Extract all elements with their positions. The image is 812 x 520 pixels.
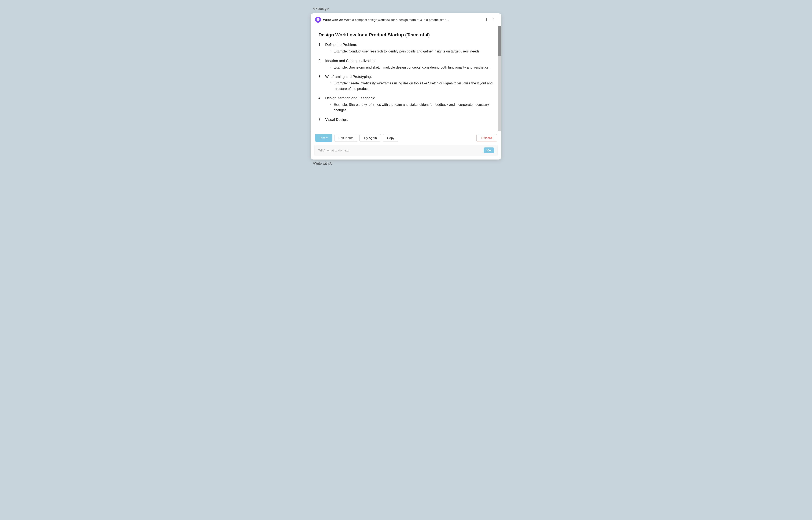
header-label: Write with AI: (323, 18, 343, 22)
list-heading: Define the Problem: (325, 43, 493, 47)
write-with-ai-label: /Write with AI (311, 159, 501, 167)
ai-icon-inner (317, 18, 320, 21)
ai-panel: Write with AI: Write a compact design wo… (311, 13, 501, 159)
info-button[interactable]: ℹ (484, 17, 488, 22)
bullet-item: Example: Conduct user research to identi… (330, 49, 493, 54)
insert-button[interactable]: Insert (315, 134, 332, 142)
scrollbar-thumb[interactable] (498, 26, 501, 56)
ai-icon (315, 17, 321, 23)
list-item: Define the Problem: Example: Conduct use… (324, 43, 493, 54)
more-options-button[interactable]: ⋮ (491, 17, 497, 22)
edit-inputs-button[interactable]: Edit Inputs (334, 134, 358, 142)
list-item: Wireframing and Prototyping: Example: Cr… (324, 75, 493, 92)
discard-button[interactable]: Discard (477, 134, 497, 142)
list-heading: Ideation and Conceptualization: (325, 59, 493, 63)
panel-header: Write with AI: Write a compact design wo… (311, 13, 501, 26)
header-title: Write with AI: Write a compact design wo… (323, 18, 482, 22)
bullet-item: Example: Share the wireframes with the t… (330, 102, 493, 113)
content-list: Define the Problem: Example: Conduct use… (319, 43, 493, 122)
header-subtitle: Write a compact design workflow for a de… (344, 18, 449, 22)
copy-button[interactable]: Copy (383, 134, 398, 142)
header-actions: ℹ ⋮ (484, 17, 497, 22)
list-heading: Visual Design: (325, 118, 493, 122)
content-title: Design Workflow for a Product Startup (T… (319, 32, 493, 38)
list-item: Ideation and Conceptualization: Example:… (324, 59, 493, 70)
bullet-item: Example: Create low-fidelity wireframes … (330, 81, 493, 92)
try-again-button[interactable]: Try Again (359, 134, 381, 142)
scrollbar-track[interactable] (498, 26, 501, 131)
list-heading: Design Iteration and Feedback: (325, 96, 493, 100)
list-heading: Wireframing and Prototyping: (325, 75, 493, 79)
bullet-item: Example: Brainstorm and sketch multiple … (330, 65, 493, 70)
list-item: Design Iteration and Feedback: Example: … (324, 96, 493, 113)
submit-button[interactable]: ⌘↵ (484, 148, 494, 153)
input-bar: Tell AI what to do next ⌘↵ (314, 145, 498, 156)
panel-footer: Insert Edit Inputs Try Again Copy Discar… (311, 131, 501, 145)
code-tag: </body> (311, 6, 501, 11)
input-placeholder: Tell AI what to do next (318, 149, 484, 152)
panel-content: Design Workflow for a Product Startup (T… (311, 26, 501, 131)
input-actions: ⌘↵ (484, 148, 494, 153)
list-item: Visual Design: (324, 118, 493, 122)
